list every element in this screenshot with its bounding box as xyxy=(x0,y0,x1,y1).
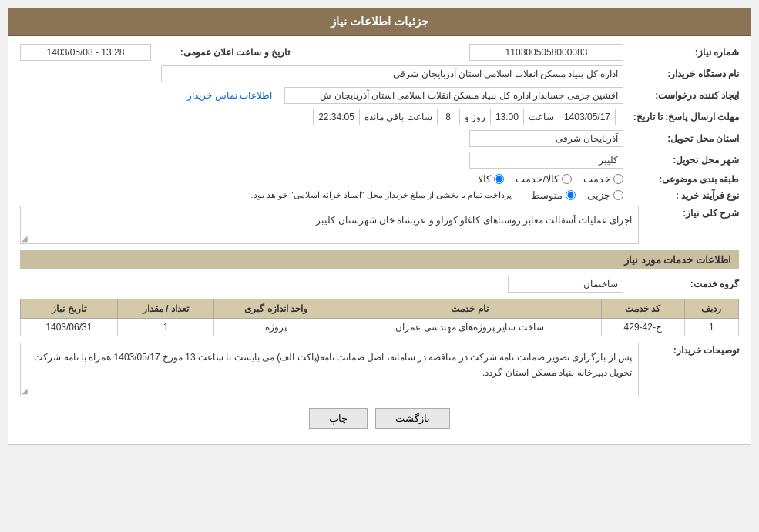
tosih-label: توصیحات خریدار: xyxy=(639,343,739,356)
radio-khadamat-input[interactable] xyxy=(613,174,623,184)
niaz-label: شماره نیاز: xyxy=(623,47,739,58)
radio-jozi-input[interactable] xyxy=(613,190,623,200)
header-bar: جزئیات اطلاعات نیاز xyxy=(8,8,751,36)
col-code: کد خدمت xyxy=(601,299,684,319)
dasgah-label: نام دستگاه خریدار: xyxy=(623,69,739,79)
farayand-row: نوع فرآیند خرید : جزیی متوسط پرداخت تمام… xyxy=(20,189,739,201)
main-container: جزئیات اطلاعات نیاز شماره نیاز: 11030050… xyxy=(8,8,751,445)
shahr-label: شهر محل تحویل: xyxy=(623,155,739,166)
print-button[interactable]: چاپ xyxy=(309,408,368,429)
cell-name: ساخت سایر پروژه‌های مهندسی عمران xyxy=(338,319,601,336)
goroh-row: گروه خدمت: ساختمان xyxy=(20,276,739,293)
radio-khadamat-label: خدمت xyxy=(583,173,610,185)
col-radif: ردیف xyxy=(684,299,738,319)
col-date: تاریخ نیاز xyxy=(21,299,118,319)
radio-mottavaset-input[interactable] xyxy=(566,190,576,200)
khadamat-section-title: اطلاعات خدمات مورد نیاز xyxy=(20,250,739,269)
tabaqe-row: طبقه بندی موضوعی: خدمت کالا/خدمت کالا xyxy=(20,173,739,185)
radio-kala-input[interactable] xyxy=(494,174,504,184)
dasgah-value: اداره کل بنیاد مسکن انقلاب اسلامی استان … xyxy=(161,65,623,82)
sharh-label: شرح کلی نیاز: xyxy=(639,206,739,219)
tabaqe-radio-group: خدمت کالا/خدمت کالا xyxy=(478,173,623,185)
radio-mottavaset[interactable]: متوسط xyxy=(531,189,576,201)
ostan-row: استان محل تحویل: آذربایجان شرقی xyxy=(20,130,739,147)
saat-value: 13:00 xyxy=(490,109,524,125)
radio-jozi-label: جزیی xyxy=(587,189,610,201)
cell-unit: پروژه xyxy=(214,319,338,336)
col-unit: واحد اندازه گیری xyxy=(214,299,338,319)
back-button[interactable]: بازگشت xyxy=(375,408,450,429)
radio-kala-label: کالا xyxy=(478,173,491,185)
sharh-row: شرح کلی نیاز: اجرای عملیات آسفالت معابر … xyxy=(20,206,739,244)
radio-mottavaset-label: متوسط xyxy=(531,189,563,201)
mande-value: 22:34:05 xyxy=(313,109,360,125)
tosih-content: پس از بارگزاری تصویر ضمانت نامه شرکت در … xyxy=(20,343,639,396)
page-wrapper: جزئیات اطلاعات نیاز شماره نیاز: 11030050… xyxy=(0,0,759,532)
niaz-value: 1103005058000083 xyxy=(469,44,623,61)
resize-icon: ◢ xyxy=(22,234,28,243)
mohlet-label: مهلت ارسال پاسخ: تا تاریخ: xyxy=(616,112,739,122)
goroh-label: گروه خدمت: xyxy=(623,279,739,289)
cell-code: ج-42-429 xyxy=(601,319,684,336)
tosih-value: پس از بارگزاری تصویر ضمانت نامه شرکت در … xyxy=(20,343,639,396)
radio-kala[interactable]: کالا xyxy=(478,173,504,185)
rooz-value: 8 xyxy=(437,109,460,125)
radio-jozi[interactable]: جزیی xyxy=(587,189,623,201)
button-row: بازگشت چاپ xyxy=(20,408,739,429)
ijad-row: ایجاد کننده درخواست: افشین جزمی حسابدار … xyxy=(20,87,739,104)
radio-kala-khadamat-label: کالا/خدمت xyxy=(516,173,559,185)
radio-khadamat[interactable]: خدمت xyxy=(583,173,623,185)
ostan-label: استان محل تحویل: xyxy=(623,133,739,144)
radio-kala-khadamat-input[interactable] xyxy=(562,174,572,184)
shahr-row: شهر محل تحویل: کلیبر xyxy=(20,152,739,169)
farayand-radio-group: جزیی متوسط پرداخت تمام یا بخشی از مبلغ خ… xyxy=(250,189,623,201)
ostan-value: آذربایجان شرقی xyxy=(469,130,623,147)
shahr-value: کلیبر xyxy=(469,152,623,169)
service-table: ردیف کد خدمت نام خدمت واحد اندازه گیری ت… xyxy=(20,299,739,336)
col-name: نام خدمت xyxy=(338,299,601,319)
col-count: تعداد / مقدار xyxy=(117,299,214,319)
tarikh-label: تاریخ و ساعت اعلان عمومی: xyxy=(151,47,290,58)
rooz-label: روز و xyxy=(460,112,490,122)
farayand-label: نوع فرآیند خرید : xyxy=(623,190,739,201)
tarikh-value: 1403/05/08 - 13:28 xyxy=(20,44,151,61)
mohlet-date: 1403/05/17 xyxy=(559,109,616,125)
header-title: جزئیات اطلاعات نیاز xyxy=(331,15,428,28)
sharh-value: اجرای عملیات آسفالت معابر روستاهای کاغلو… xyxy=(20,206,639,244)
saat-label: ساعت xyxy=(524,112,559,122)
cell-count: 1 xyxy=(117,319,214,336)
farayand-note: پرداخت تمام یا بخشی از مبلغ خریداز محل "… xyxy=(250,190,519,200)
cell-date: 1403/06/31 xyxy=(21,319,118,336)
tabaqe-label: طبقه بندی موضوعی: xyxy=(623,174,739,185)
cell-radif: 1 xyxy=(684,319,738,336)
ijad-value: افشین جزمی حسابدار اداره کل بنیاد مسکن ا… xyxy=(284,87,623,104)
niaz-row: شماره نیاز: 1103005058000083 تاریخ و ساع… xyxy=(20,44,739,61)
resize-icon-2: ◢ xyxy=(22,386,28,395)
ijad-label: ایجاد کننده درخواست: xyxy=(623,90,739,101)
dasgah-row: نام دستگاه خریدار: اداره کل بنیاد مسکن ا… xyxy=(20,65,739,82)
goroh-value: ساختمان xyxy=(508,276,623,293)
tosih-row: توصیحات خریدار: پس از بارگزاری تصویر ضما… xyxy=(20,343,739,396)
mande-label: ساعت باقی مانده xyxy=(360,112,437,122)
table-row: 1ج-42-429ساخت سایر پروژه‌های مهندسی عمرا… xyxy=(21,319,739,336)
radio-kala-khadamat[interactable]: کالا/خدمت xyxy=(516,173,572,185)
mohlet-row: مهلت ارسال پاسخ: تا تاریخ: 1403/05/17 سا… xyxy=(20,109,739,125)
ijad-link[interactable]: اطلاعات تماس خریدار xyxy=(187,90,272,101)
content-area: شماره نیاز: 1103005058000083 تاریخ و ساع… xyxy=(8,36,751,444)
sharh-content: اجرای عملیات آسفالت معابر روستاهای کاغلو… xyxy=(20,206,639,244)
